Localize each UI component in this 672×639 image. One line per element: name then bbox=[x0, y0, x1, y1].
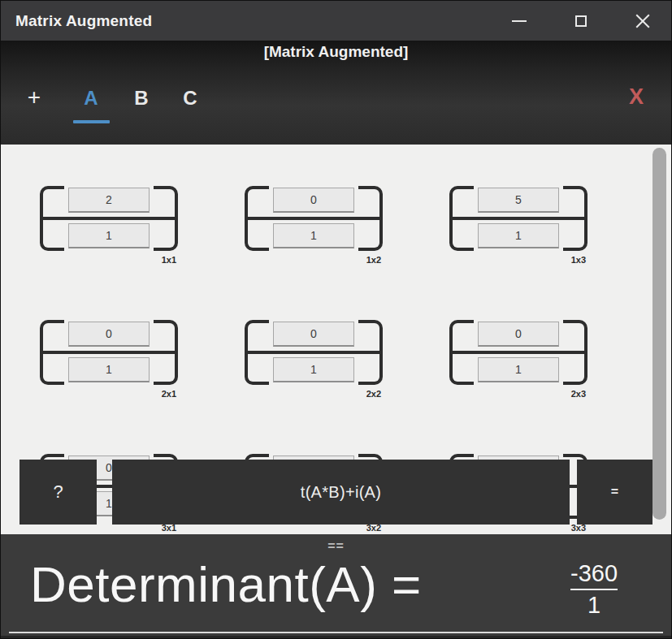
add-matrix-button[interactable]: + bbox=[20, 84, 48, 113]
denominator-input[interactable] bbox=[68, 357, 150, 382]
fraction-bar bbox=[245, 217, 383, 220]
matrix-cell-2x3: 2x3 bbox=[449, 320, 587, 385]
cell-index-label: 1x2 bbox=[366, 255, 381, 265]
minimize-button[interactable] bbox=[498, 1, 540, 41]
result-denominator: 1 bbox=[587, 592, 600, 618]
fraction-bar bbox=[40, 351, 178, 354]
maximize-button[interactable] bbox=[560, 1, 602, 41]
app-window: Matrix Augmented [Matrix Augmented] + A … bbox=[0, 0, 672, 639]
tab-matrix-a[interactable]: A bbox=[77, 84, 105, 114]
titlebar: Matrix Augmented bbox=[1, 1, 671, 41]
fraction-bar bbox=[40, 217, 178, 220]
denominator-input[interactable] bbox=[273, 223, 354, 248]
numerator-input[interactable] bbox=[273, 188, 354, 213]
denominator-input[interactable] bbox=[68, 223, 150, 248]
minimize-icon bbox=[512, 20, 527, 22]
close-button[interactable] bbox=[622, 1, 664, 41]
result-numerator: -360 bbox=[570, 560, 618, 586]
cell-index-label: 2x1 bbox=[162, 389, 176, 399]
numerator-input[interactable] bbox=[68, 322, 150, 347]
denominator-input[interactable] bbox=[273, 357, 354, 382]
tab-matrix-c[interactable]: C bbox=[176, 84, 204, 114]
matrix-cell-2x1: 2x1 bbox=[40, 320, 178, 385]
fraction-bar bbox=[245, 351, 383, 354]
delete-matrix-button[interactable]: X bbox=[622, 82, 650, 111]
determinant-label: Determinant(A) = bbox=[30, 555, 422, 613]
app-banner: [Matrix Augmented] bbox=[1, 43, 671, 61]
window-title: Matrix Augmented bbox=[15, 1, 152, 41]
cell-index-label: 1x3 bbox=[571, 255, 586, 265]
numerator-input[interactable] bbox=[478, 322, 559, 347]
maximize-icon bbox=[575, 15, 587, 27]
matrix-cell-1x1: 1x1 bbox=[40, 186, 178, 251]
matrix-cell-1x2: 1x2 bbox=[245, 186, 383, 251]
result-fraction-bar bbox=[570, 589, 618, 590]
formula-input[interactable]: t(A*B)+i(A) bbox=[112, 460, 570, 525]
numerator-input[interactable] bbox=[478, 188, 559, 213]
close-icon bbox=[635, 13, 651, 29]
determinant-result-fraction: -360 1 bbox=[561, 560, 626, 618]
numerator-input[interactable] bbox=[68, 188, 150, 213]
vertical-scrollbar-thumb[interactable] bbox=[652, 148, 666, 520]
header: [Matrix Augmented] + A B C X bbox=[1, 41, 671, 145]
bottom-edge bbox=[1, 636, 671, 639]
evaluate-button[interactable]: = bbox=[577, 460, 652, 525]
denominator-input[interactable] bbox=[478, 357, 559, 382]
numerator-input[interactable] bbox=[273, 322, 354, 347]
tab-matrix-b[interactable]: B bbox=[128, 84, 155, 114]
cell-index-label: 2x3 bbox=[571, 389, 586, 399]
active-tab-indicator bbox=[73, 120, 110, 123]
matrix-cell-2x2: 2x2 bbox=[245, 320, 383, 385]
matrix-cell-1x3: 1x3 bbox=[449, 186, 587, 251]
denominator-input[interactable] bbox=[478, 223, 559, 248]
panel-grip-handle[interactable]: == bbox=[1, 539, 671, 554]
cell-index-label: 1x1 bbox=[162, 255, 176, 265]
result-underline bbox=[9, 632, 663, 633]
cell-index-label: 2x2 bbox=[366, 389, 381, 399]
help-button[interactable]: ? bbox=[20, 460, 97, 525]
fraction-bar bbox=[449, 217, 587, 220]
result-panel: == Determinant(A) = -360 1 bbox=[1, 534, 671, 639]
fraction-bar bbox=[449, 351, 587, 354]
